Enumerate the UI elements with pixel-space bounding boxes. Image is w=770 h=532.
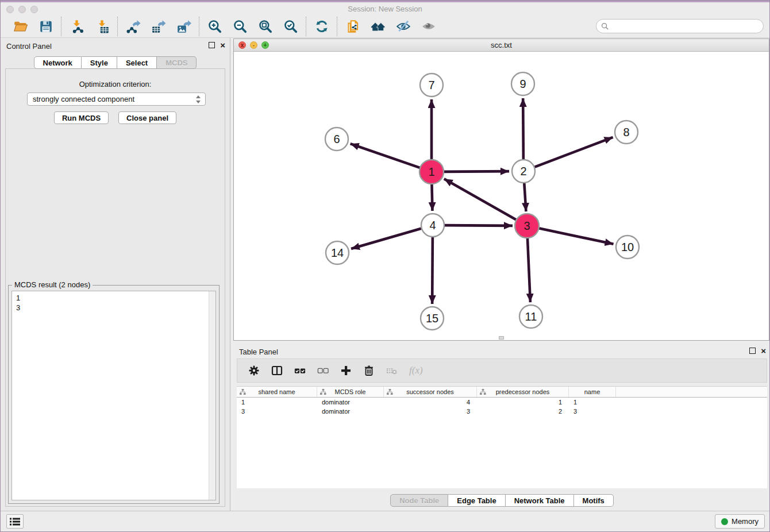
edge-4-3[interactable] [445,225,513,226]
show-eye-icon[interactable] [421,18,436,34]
node-10[interactable]: 10 [616,236,639,259]
duplicate-network-icon[interactable] [345,18,360,34]
window-title: Session: New Session [1,5,769,13]
float-panel-icon[interactable] [209,42,215,48]
delete-column-icon[interactable] [363,365,375,376]
column-header-mcds-role[interactable]: MCDS role [317,387,384,397]
import-network-icon[interactable] [69,18,84,34]
import-table-icon[interactable] [94,18,110,34]
column-label: MCDS role [335,388,366,395]
run-mcds-button[interactable]: Run MCDS [54,111,109,124]
node-15[interactable]: 15 [421,307,444,330]
table-row[interactable]: 3dominator323 [237,407,767,416]
edge-3-1[interactable] [444,179,517,219]
node-7[interactable]: 7 [420,74,443,97]
search-input[interactable] [611,22,759,30]
tab-node-table[interactable]: Node Table [390,494,448,507]
close-panel-button[interactable]: Close panel [118,111,176,124]
optimization-dropdown[interactable]: strongly connected component [27,92,206,106]
column-header-predecessor-nodes[interactable]: predecessor nodes [477,387,569,397]
add-column-icon[interactable] [340,365,352,376]
node-label: 10 [621,241,634,253]
tab-network-table[interactable]: Network Table [506,494,574,507]
task-history-button[interactable] [6,514,24,529]
tab-motifs[interactable]: Motifs [574,494,614,507]
deselect-all-columns-icon[interactable] [317,365,329,376]
edge-1-4[interactable] [432,184,432,211]
edge-1-6[interactable] [351,144,421,168]
column-header-shared-name[interactable]: shared name [237,387,317,397]
table-cell: 2 [477,407,569,416]
hide-panel-eye-icon[interactable] [395,18,411,34]
network-view-window: x - + scc.txt 7968124314101511 [233,38,769,341]
open-file-icon[interactable] [13,18,28,34]
node-4[interactable]: 4 [421,214,444,237]
network-graph[interactable]: 7968124314101511 [234,52,769,340]
export-image-icon[interactable] [176,18,191,34]
node-label: 9 [519,78,526,90]
search-icon [601,22,609,30]
node-1[interactable]: 1 [419,160,444,184]
node-11[interactable]: 11 [519,305,542,328]
edge-4-14[interactable] [351,229,421,249]
close-table-panel-icon[interactable]: × [761,348,766,354]
function-builder-icon: f(x) [409,365,423,376]
edge-2-9[interactable] [523,98,523,159]
column-label: name [584,388,600,395]
edge-2-3[interactable] [524,183,526,211]
node-2[interactable]: 2 [512,160,535,183]
export-network-icon[interactable] [125,18,141,34]
node-3[interactable]: 3 [515,214,539,238]
table-row[interactable]: 1dominator411 [237,398,767,407]
memory-label: Memory [732,517,759,526]
tab-network[interactable]: Network [34,56,82,69]
memory-button[interactable]: Memory [715,514,765,529]
mcds-result-box[interactable]: 13 [11,291,216,500]
node-label: 4 [429,219,436,232]
node-table[interactable]: shared nameMCDS rolesuccessor nodesprede… [237,386,767,488]
control-panel: Control Panel × NetworkStyleSelectMCDS O… [1,38,230,512]
namespace-icon [240,389,246,396]
node-label: 7 [428,79,434,91]
tab-style[interactable]: Style [82,56,117,69]
tab-mcds[interactable]: MCDS [157,56,197,69]
edge-1-2[interactable] [444,171,509,172]
memory-status-icon [721,518,728,525]
zoom-in-icon[interactable] [207,18,222,34]
home-icon[interactable] [370,18,386,34]
search-field[interactable] [596,19,764,33]
tab-edge-table[interactable]: Edge Table [448,494,505,507]
float-table-panel-icon[interactable] [749,348,756,354]
edge-2-8[interactable] [535,137,613,167]
export-table-icon[interactable] [151,18,166,34]
table-cell: 1 [477,398,569,407]
edge-3-10[interactable] [539,228,614,244]
edge-4-15[interactable] [432,237,433,304]
column-header-name[interactable]: name [569,387,616,397]
node-6[interactable]: 6 [325,128,348,151]
save-session-icon[interactable] [38,18,53,34]
select-all-columns-icon[interactable] [294,365,306,376]
gear-icon[interactable] [248,365,260,376]
node-8[interactable]: 8 [615,121,638,144]
table-cell: 3 [237,407,317,416]
zoom-selected-icon[interactable] [283,18,298,34]
split-columns-icon[interactable] [271,365,283,376]
optimization-label: Optimization criterion: [6,80,225,88]
network-window-titlebar[interactable]: x - + scc.txt [234,39,769,52]
refresh-icon[interactable] [314,18,329,34]
control-panel-title: Control Panel [6,42,52,51]
result-scrollbar[interactable] [209,291,215,500]
column-header-successor-nodes[interactable]: successor nodes [384,387,477,397]
edge-3-11[interactable] [528,238,530,302]
tab-select[interactable]: Select [117,56,157,69]
splitter-grip[interactable] [499,336,504,340]
table-panel-title: Table Panel [239,348,278,356]
node-label: 15 [426,312,438,325]
zoom-fit-icon[interactable] [257,18,273,34]
node-9[interactable]: 9 [511,72,534,95]
node-14[interactable]: 14 [326,241,349,264]
network-canvas[interactable]: 7968124314101511 [234,52,769,340]
zoom-out-icon[interactable] [232,18,248,34]
close-panel-icon[interactable]: × [220,42,225,48]
